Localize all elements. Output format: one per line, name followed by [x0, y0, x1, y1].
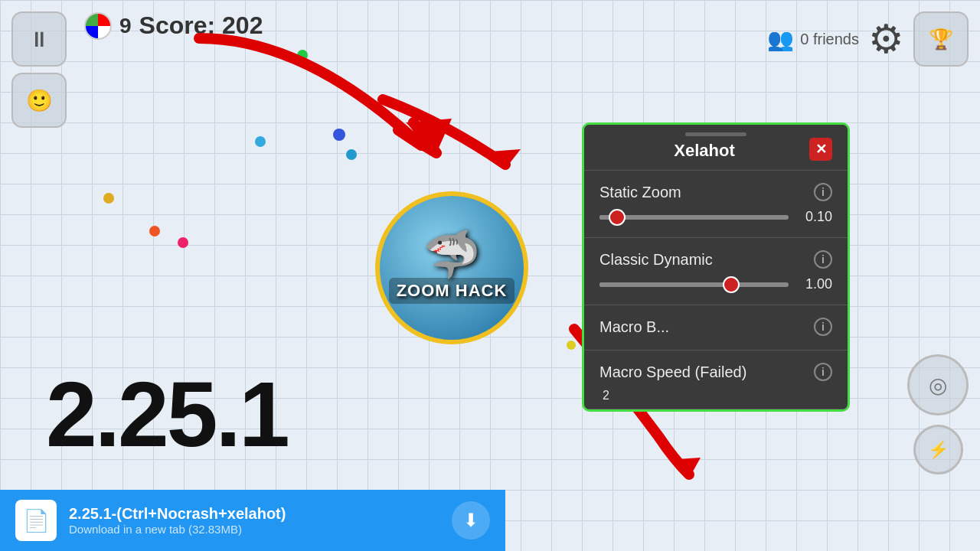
- virus-icon: ⚡: [928, 440, 949, 460]
- pause-icon: ⏸: [28, 27, 50, 52]
- macro-speed-label: Macro Speed (Failed): [599, 364, 746, 381]
- top-right-area: 👥 0 friends ⚙ 🏆: [767, 11, 969, 67]
- friends-label: 0 friends: [800, 31, 859, 48]
- zoom-hack-label: ZOOM HACK: [389, 278, 515, 304]
- panel-close-button[interactable]: ✕: [809, 138, 832, 161]
- classic-dynamic-slider-row: 1.00: [599, 276, 832, 292]
- virus-button[interactable]: ⚡: [913, 425, 963, 474]
- classic-dynamic-info-button[interactable]: i: [814, 250, 832, 269]
- macro-boost-section: Macro B... i: [584, 305, 848, 350]
- food-dot: [333, 129, 345, 141]
- static-zoom-section: Static Zoom i 0.10: [584, 171, 848, 238]
- food-dot: [103, 193, 114, 204]
- macro-speed-section: Macro Speed (Failed) i 2: [584, 350, 848, 409]
- settings-panel: Xelahot ✕ Static Zoom i 0.10 Classic Dyn…: [582, 122, 850, 412]
- static-zoom-fill: [599, 215, 609, 220]
- split-icon: ◎: [929, 373, 947, 398]
- classic-dynamic-value: 1.00: [798, 276, 832, 292]
- download-title: 2.25.1-(Ctrl+Nocrash+xelahot): [69, 505, 439, 523]
- score-area: 9 Score: 202: [84, 11, 263, 40]
- download-icon: ⬇: [463, 510, 479, 531]
- classic-dynamic-label-row: Classic Dynamic i: [599, 250, 832, 269]
- download-text-area: 2.25.1-(Ctrl+Nocrash+xelahot) Download i…: [69, 505, 439, 536]
- download-bar: 📄 2.25.1-(Ctrl+Nocrash+xelahot) Download…: [0, 490, 505, 551]
- download-button[interactable]: ⬇: [452, 501, 490, 540]
- friends-icon: 👥: [767, 27, 794, 52]
- static-zoom-label: Static Zoom: [599, 184, 681, 201]
- macro-boost-info-button[interactable]: i: [814, 318, 832, 336]
- food-dot: [178, 237, 188, 248]
- macro-boost-label-row: Macro B... i: [599, 318, 832, 336]
- settings-area: ⚙: [868, 16, 904, 62]
- classic-dynamic-label: Classic Dynamic: [599, 251, 713, 269]
- player-count: 9: [119, 14, 132, 38]
- static-zoom-value: 0.10: [798, 209, 832, 225]
- right-controls: ◎ ⚡: [907, 354, 969, 474]
- drag-bar[interactable]: [685, 132, 746, 136]
- download-subtitle: Download in a new tab (32.83MB): [69, 523, 439, 536]
- classic-dynamic-track[interactable]: [599, 282, 789, 287]
- emoji-icon: 🙂: [26, 88, 53, 113]
- food-dot: [149, 226, 160, 236]
- classic-dynamic-section: Classic Dynamic i 1.00: [584, 238, 848, 305]
- panel-header: Xelahot ✕: [584, 125, 848, 171]
- macro-speed-partial: 2: [599, 389, 832, 403]
- shark-face: 🦈: [423, 232, 481, 278]
- classic-dynamic-fill: [599, 282, 723, 287]
- static-zoom-thumb[interactable]: [609, 209, 626, 226]
- score-display: Score: 202: [139, 11, 263, 40]
- emoji-button[interactable]: 🙂: [11, 73, 67, 128]
- leaderboard-button[interactable]: 🏆: [913, 11, 969, 67]
- food-dot: [346, 149, 357, 160]
- file-icon: 📄: [23, 508, 50, 533]
- macro-boost-label: Macro B...: [599, 318, 669, 336]
- friends-button[interactable]: 👥 0 friends: [767, 27, 859, 52]
- settings-gear-icon[interactable]: ⚙: [868, 17, 904, 61]
- static-zoom-info-button[interactable]: i: [814, 183, 832, 201]
- macro-speed-info-button[interactable]: i: [814, 363, 832, 381]
- food-dot: [255, 136, 266, 147]
- static-zoom-label-row: Static Zoom i: [599, 183, 832, 201]
- macro-speed-label-row: Macro Speed (Failed) i: [599, 363, 832, 381]
- static-zoom-track[interactable]: [599, 215, 789, 220]
- classic-dynamic-thumb[interactable]: [723, 276, 740, 293]
- top-left-controls: ⏸ 🙂: [11, 11, 67, 128]
- player-ball-icon: [84, 12, 112, 40]
- panel-title: Xelahot: [599, 141, 809, 161]
- static-zoom-slider-row: 0.10: [599, 209, 832, 225]
- leaderboard-icon: 🏆: [929, 28, 953, 51]
- zoom-hack-logo: 🦈 ZOOM HACK: [375, 191, 528, 344]
- split-button[interactable]: ◎: [907, 354, 969, 416]
- food-dot: [567, 341, 576, 350]
- download-file-icon: 📄: [15, 500, 57, 541]
- pause-button[interactable]: ⏸: [11, 11, 67, 67]
- version-number: 2.25.1: [46, 361, 288, 467]
- bottom-right-controls: ⚡: [913, 425, 963, 474]
- food-dot: [297, 50, 308, 60]
